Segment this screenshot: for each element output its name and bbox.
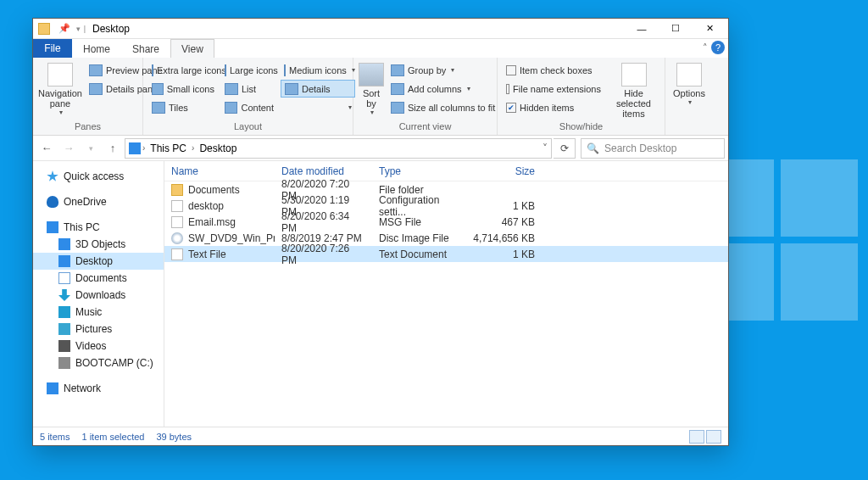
search-icon: 🔍 <box>587 142 599 154</box>
breadcrumb[interactable]: › This PC › Desktop ˅ <box>125 138 552 159</box>
group-by-button[interactable]: Group by▾ <box>387 61 498 79</box>
view-thumbnails-icon[interactable] <box>706 430 721 444</box>
add-columns-button[interactable]: Add columns▾ <box>387 80 498 98</box>
quick-access-toolbar: 📌 ▾ | <box>35 20 87 37</box>
nav-quick-access[interactable]: Quick access <box>33 168 164 185</box>
table-row[interactable]: desktop5/30/2020 1:19 PMConfiguration se… <box>164 198 728 214</box>
minimize-button[interactable]: — <box>625 20 659 38</box>
layout-small-icons[interactable]: Small icons <box>148 80 218 98</box>
address-dropdown-icon[interactable]: ˅ <box>542 142 548 154</box>
navigation-pane[interactable]: Quick access OneDrive This PC 3D Objects… <box>33 161 164 427</box>
status-bar: 5 items 1 item selected 39 bytes <box>33 427 728 445</box>
file-rows[interactable]: Documents8/20/2020 7:20 PMFile folderdes… <box>164 181 728 427</box>
collapse-ribbon-icon[interactable]: ˄ <box>703 42 708 53</box>
nav-this-pc[interactable]: This PC <box>33 219 164 236</box>
hidden-items[interactable]: ✔Hidden items <box>503 98 604 116</box>
close-button[interactable]: ✕ <box>693 20 726 38</box>
this-pc-icon <box>129 142 141 154</box>
column-headers: Name Date modified Type Size <box>164 161 728 181</box>
file-list: Name Date modified Type Size Documents8/… <box>164 161 728 427</box>
status-size: 39 bytes <box>156 432 192 442</box>
folder-icon[interactable] <box>35 20 53 37</box>
ribbon-group-show-hide: Item check boxes File name extensions ✔H… <box>498 58 665 135</box>
file-icon <box>171 184 183 196</box>
titlebar[interactable]: 📌 ▾ | Desktop — ☐ ✕ <box>33 19 728 39</box>
tab-home[interactable]: Home <box>72 39 121 58</box>
chevron-right-icon[interactable]: › <box>142 143 145 153</box>
navigation-pane-button[interactable]: Navigation pane▾ <box>38 59 82 116</box>
forward-button[interactable]: → <box>58 138 79 159</box>
maximize-button[interactable]: ☐ <box>659 20 693 38</box>
tab-share[interactable]: Share <box>121 39 170 58</box>
layout-large-icons[interactable]: Large icons <box>221 61 277 79</box>
ribbon: Navigation pane▾ Preview pane Details pa… <box>33 58 728 136</box>
nav-documents[interactable]: Documents <box>33 270 164 287</box>
nav-desktop[interactable]: Desktop <box>33 253 164 270</box>
size-all-columns-button[interactable]: Size all columns to fit <box>387 98 498 116</box>
address-bar: ← → ▾ ↑ › This PC › Desktop ˅ ⟳ 🔍 Search… <box>33 136 728 161</box>
col-type[interactable]: Type <box>372 165 465 177</box>
table-row[interactable]: SW_DVD9_Win_Pro_10_...8/8/2019 2:47 PMDi… <box>164 230 728 246</box>
nav-music[interactable]: Music <box>33 304 164 321</box>
layout-details[interactable]: Details <box>281 80 355 98</box>
ribbon-group-current-view: Sort by▾ Group by▾ Add columns▾ Size all… <box>353 58 498 135</box>
table-row[interactable]: Text File8/20/2020 7:26 PMText Document1… <box>164 246 728 262</box>
nav-drive-c[interactable]: BOOTCAMP (C:) <box>33 354 164 371</box>
refresh-button[interactable]: ⟳ <box>554 138 576 159</box>
ribbon-tabs: File Home Share View ˄ ? <box>33 39 728 58</box>
tab-view[interactable]: View <box>170 39 214 58</box>
back-button[interactable]: ← <box>36 138 57 159</box>
window-title: Desktop <box>92 23 130 35</box>
file-icon <box>171 232 183 244</box>
layout-content[interactable]: Content <box>221 98 277 116</box>
layout-more-icon[interactable]: ▾ <box>281 98 355 116</box>
col-name[interactable]: Name <box>164 165 275 177</box>
search-input[interactable]: 🔍 Search Desktop <box>581 138 725 159</box>
help-icon[interactable]: ? <box>711 41 725 54</box>
col-size[interactable]: Size <box>465 165 542 177</box>
file-icon <box>171 248 183 260</box>
col-date[interactable]: Date modified <box>275 165 372 177</box>
tab-file[interactable]: File <box>33 39 72 58</box>
status-items: 5 items <box>40 432 70 442</box>
nav-downloads[interactable]: Downloads <box>33 287 164 304</box>
file-explorer-window: 📌 ▾ | Desktop — ☐ ✕ File Home Share View… <box>32 18 729 446</box>
status-selected: 1 item selected <box>81 432 144 442</box>
layout-tiles[interactable]: Tiles <box>148 98 218 116</box>
up-button[interactable]: ↑ <box>103 138 123 159</box>
table-row[interactable]: Email.msg8/20/2020 6:34 PMMSG File467 KB <box>164 214 728 230</box>
file-name-extensions[interactable]: File name extensions <box>503 80 604 98</box>
view-details-icon[interactable] <box>689 430 704 444</box>
file-icon <box>171 216 183 228</box>
nav-videos[interactable]: Videos <box>33 338 164 354</box>
options-button[interactable]: Options▾ <box>670 59 708 106</box>
nav-3d-objects[interactable]: 3D Objects <box>33 236 164 253</box>
chevron-right-icon[interactable]: › <box>192 143 194 153</box>
qat-separator: | <box>82 20 87 37</box>
nav-pictures[interactable]: Pictures <box>33 321 164 338</box>
pin-icon[interactable]: 📌 <box>55 20 74 37</box>
recent-dropdown-icon[interactable]: ▾ <box>81 138 101 159</box>
layout-medium-icons[interactable]: Medium icons▾ <box>281 61 355 79</box>
nav-onedrive[interactable]: OneDrive <box>33 193 164 210</box>
sort-by-button[interactable]: Sort by▾ <box>359 59 384 116</box>
ribbon-group-options: Options▾ <box>665 58 713 135</box>
layout-extra-large-icons[interactable]: Extra large icons <box>148 61 218 79</box>
crumb-this-pc[interactable]: This PC <box>147 142 190 154</box>
ribbon-group-panes: Navigation pane▾ Preview pane Details pa… <box>33 58 143 135</box>
ribbon-group-layout: Extra large icons Small icons Tiles Larg… <box>143 58 353 135</box>
qat-dropdown-icon[interactable]: ▾ <box>75 20 81 37</box>
crumb-desktop[interactable]: Desktop <box>196 142 240 154</box>
file-icon <box>171 200 183 212</box>
nav-network[interactable]: Network <box>33 380 164 397</box>
layout-list[interactable]: List <box>221 80 277 98</box>
explorer-body: Quick access OneDrive This PC 3D Objects… <box>33 161 728 427</box>
hide-selected-items-button[interactable]: Hide selected items <box>608 59 659 119</box>
item-check-boxes[interactable]: Item check boxes <box>503 61 604 79</box>
